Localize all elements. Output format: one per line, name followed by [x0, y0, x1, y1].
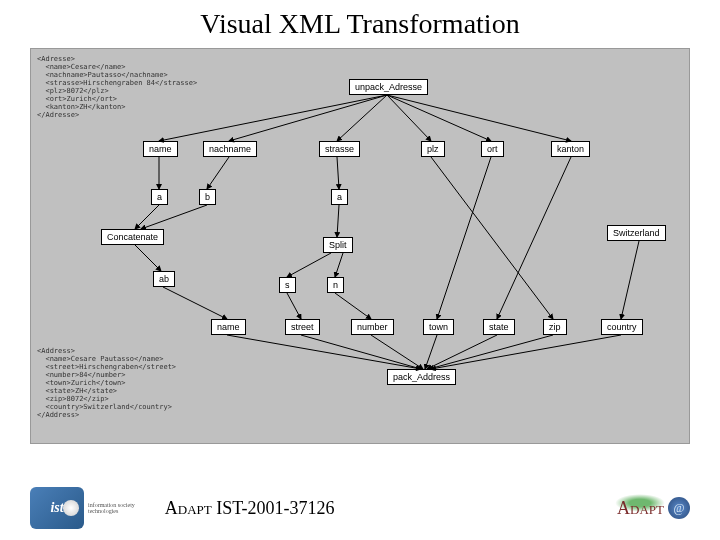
svg-line-26 — [427, 335, 497, 369]
node-unpack-adresse[interactable]: unpack_Adresse — [349, 79, 428, 95]
node-split[interactable]: Split — [323, 237, 353, 253]
svg-line-9 — [135, 205, 159, 229]
svg-line-22 — [227, 335, 421, 369]
diagram-canvas: <Adresse> <name>Cesare</name> <nachname>… — [30, 48, 690, 444]
svg-line-17 — [335, 293, 371, 319]
node-s[interactable]: s — [279, 277, 296, 293]
svg-line-15 — [163, 287, 227, 319]
svg-line-16 — [287, 293, 301, 319]
node-a2[interactable]: a — [331, 189, 348, 205]
svg-line-8 — [337, 157, 339, 189]
node-a[interactable]: a — [151, 189, 168, 205]
node-plz[interactable]: plz — [421, 141, 445, 157]
at-icon: @ — [668, 497, 690, 519]
adapt-logo: Adapt @ — [617, 497, 690, 519]
svg-line-3 — [387, 95, 431, 141]
node-n[interactable]: n — [327, 277, 344, 293]
node-switzerland[interactable]: Switzerland — [607, 225, 666, 241]
footer: ist information societytechnologies Adap… — [0, 476, 720, 540]
ist-logo: ist — [30, 487, 84, 529]
svg-line-20 — [431, 157, 553, 319]
svg-line-21 — [621, 241, 639, 319]
ist-label: information societytechnologies — [88, 502, 135, 514]
node-nachname[interactable]: nachname — [203, 141, 257, 157]
svg-line-24 — [371, 335, 423, 369]
node-ort[interactable]: ort — [481, 141, 504, 157]
xml-target-block: <Address> <name>Cesare Pautasso</name> <… — [37, 347, 176, 419]
svg-line-7 — [207, 157, 229, 189]
svg-line-14 — [335, 253, 343, 277]
node-country[interactable]: country — [601, 319, 643, 335]
node-name2[interactable]: name — [211, 319, 246, 335]
node-b[interactable]: b — [199, 189, 216, 205]
node-kanton[interactable]: kanton — [551, 141, 590, 157]
node-town[interactable]: town — [423, 319, 454, 335]
svg-line-11 — [337, 205, 339, 237]
node-ab[interactable]: ab — [153, 271, 175, 287]
svg-line-27 — [429, 335, 553, 369]
footer-project-code: Adapt IST-2001-37126 — [165, 498, 335, 519]
node-name[interactable]: name — [143, 141, 178, 157]
node-strasse[interactable]: strasse — [319, 141, 360, 157]
svg-line-10 — [141, 205, 207, 229]
svg-line-12 — [135, 245, 161, 271]
svg-line-23 — [301, 335, 421, 369]
svg-line-13 — [287, 253, 331, 277]
node-state[interactable]: state — [483, 319, 515, 335]
svg-line-2 — [337, 95, 387, 141]
node-street[interactable]: street — [285, 319, 320, 335]
page-title: Visual XML Transformation — [0, 0, 720, 44]
node-concatenate[interactable]: Concatenate — [101, 229, 164, 245]
xml-source-block: <Adresse> <name>Cesare</name> <nachname>… — [37, 55, 197, 119]
svg-line-5 — [387, 95, 571, 141]
svg-line-28 — [431, 335, 621, 369]
node-pack-address[interactable]: pack_Address — [387, 369, 456, 385]
node-zip[interactable]: zip — [543, 319, 567, 335]
svg-line-1 — [229, 95, 387, 141]
svg-line-19 — [497, 157, 571, 319]
svg-line-4 — [387, 95, 491, 141]
svg-line-25 — [425, 335, 437, 369]
svg-line-18 — [437, 157, 491, 319]
node-number[interactable]: number — [351, 319, 394, 335]
